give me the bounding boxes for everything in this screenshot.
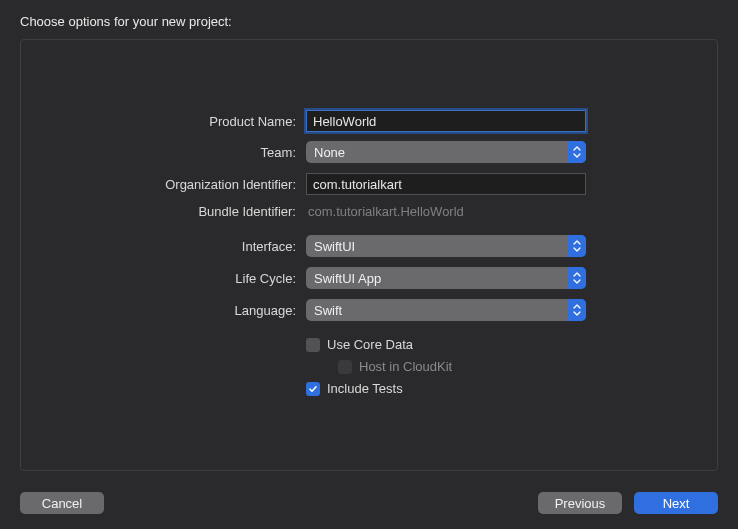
team-select[interactable]: None bbox=[306, 141, 586, 163]
product-name-input[interactable] bbox=[306, 110, 586, 132]
footer-bar: Cancel Previous Next bbox=[0, 485, 738, 529]
life-cycle-select[interactable]: SwiftUI App bbox=[306, 267, 586, 289]
host-in-cloudkit-label: Host in CloudKit bbox=[359, 359, 452, 374]
cancel-button[interactable]: Cancel bbox=[20, 492, 104, 514]
bundle-identifier-value: com.tutorialkart.HelloWorld bbox=[306, 204, 464, 219]
sheet-title: Choose options for your new project: bbox=[0, 0, 738, 39]
team-select-value: None bbox=[314, 145, 345, 160]
org-identifier-label: Organization Identifier: bbox=[51, 177, 306, 192]
previous-button[interactable]: Previous bbox=[538, 492, 622, 514]
product-name-label: Product Name: bbox=[51, 114, 306, 129]
updown-icon bbox=[568, 235, 586, 257]
interface-select[interactable]: SwiftUI bbox=[306, 235, 586, 257]
use-core-data-checkbox[interactable] bbox=[306, 338, 320, 352]
team-label: Team: bbox=[51, 145, 306, 160]
include-tests-label: Include Tests bbox=[327, 381, 403, 396]
language-select[interactable]: Swift bbox=[306, 299, 586, 321]
updown-icon bbox=[568, 299, 586, 321]
updown-icon bbox=[568, 267, 586, 289]
org-identifier-input[interactable] bbox=[306, 173, 586, 195]
host-in-cloudkit-checkbox bbox=[338, 360, 352, 374]
bundle-identifier-label: Bundle Identifier: bbox=[51, 204, 306, 219]
options-panel: Product Name: Team: None Organization Id… bbox=[20, 39, 718, 471]
interface-select-value: SwiftUI bbox=[314, 239, 355, 254]
life-cycle-label: Life Cycle: bbox=[51, 271, 306, 286]
updown-icon bbox=[568, 141, 586, 163]
use-core-data-label: Use Core Data bbox=[327, 337, 413, 352]
language-select-value: Swift bbox=[314, 303, 342, 318]
language-label: Language: bbox=[51, 303, 306, 318]
life-cycle-select-value: SwiftUI App bbox=[314, 271, 381, 286]
interface-label: Interface: bbox=[51, 239, 306, 254]
next-button[interactable]: Next bbox=[634, 492, 718, 514]
include-tests-checkbox[interactable] bbox=[306, 382, 320, 396]
